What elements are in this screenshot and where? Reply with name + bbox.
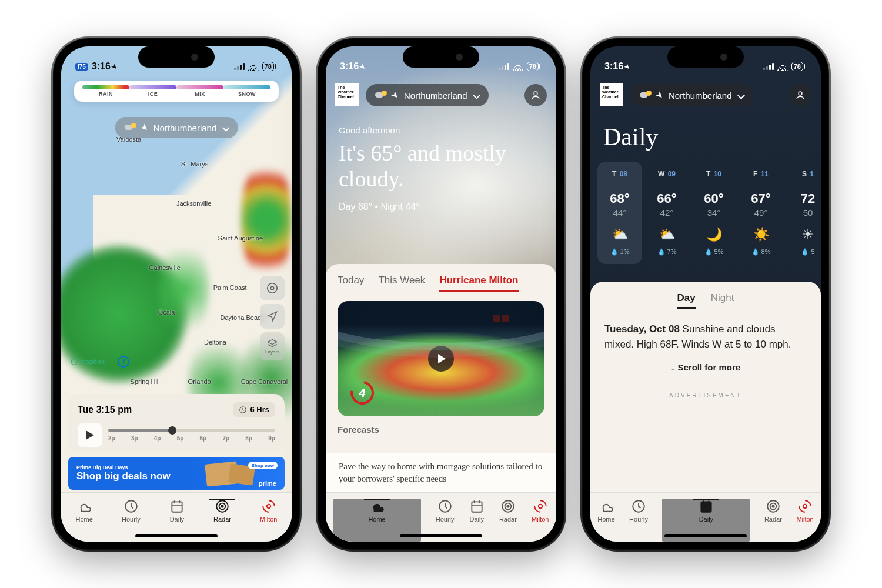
content-tabs: TodayThis WeekHurricane Milton: [338, 275, 544, 292]
location-services-icon: [358, 61, 369, 72]
tab-radar[interactable]: Radar: [499, 499, 517, 523]
hurricane-video-card[interactable]: [338, 301, 544, 416]
location-selector[interactable]: ➤ Northumberland: [630, 84, 753, 106]
status-time: 3:16: [604, 61, 623, 71]
chevron-down-icon: [222, 124, 229, 132]
timeline-current-time: Tue 3:15 pm: [78, 405, 132, 415]
daily-summary: Tuesday, Oct 08 Sunshine and clouds mixe…: [590, 322, 821, 352]
day-column[interactable]: T 08 68°44° ⛅ 💧 1%: [597, 162, 642, 264]
advertisement-label: ADVERTISEMENT: [590, 392, 821, 399]
tab-daily[interactable]: Daily: [469, 499, 485, 523]
weather-channel-logo[interactable]: The Weather Channel: [335, 83, 359, 106]
timeline-slider[interactable]: 2p3p4p5p6p7p8p9p: [108, 429, 275, 442]
home-indicator[interactable]: [400, 534, 482, 537]
tab-hourly[interactable]: Hourly: [122, 499, 141, 523]
tab-radar[interactable]: Radar: [764, 499, 782, 523]
tab-label: Hourly: [122, 516, 141, 523]
tab-milton[interactable]: Milton: [532, 499, 549, 523]
status-time: 3:16: [92, 61, 111, 72]
legend-item-rain: RAIN: [82, 85, 129, 97]
tab-radar[interactable]: Radar: [213, 499, 231, 523]
tab-home[interactable]: Home: [597, 499, 614, 523]
svg-point-20: [772, 505, 774, 507]
ad-banner[interactable]: Prime Big Deal DaysShop big deals now Sh…: [68, 457, 285, 490]
home-indicator[interactable]: [664, 534, 747, 537]
day-column[interactable]: T 10 60°34° 🌙 💧 5%: [691, 162, 736, 264]
day-column[interactable]: S 1 7250 ☀ 💧 5: [786, 162, 821, 264]
ad-brand: prime: [259, 480, 276, 487]
home-indicator[interactable]: [135, 534, 218, 537]
daynight-tab[interactable]: Day: [677, 292, 696, 309]
svg-point-8: [534, 92, 537, 95]
tab-home[interactable]: Home: [76, 499, 93, 523]
ad-cta: Shop now: [248, 462, 278, 469]
weather-headline: It's 65° and mostly cloudy.: [339, 141, 543, 192]
profile-button[interactable]: [524, 84, 547, 106]
dynamic-island: [667, 46, 744, 68]
greeting: Good afternoon: [339, 125, 400, 135]
city-label: Orlando: [188, 378, 211, 385]
storm-track-button[interactable]: [260, 276, 285, 300]
tab-label: Hourly: [436, 516, 455, 523]
day-column[interactable]: W 09 66°42° ⛅ 💧 7%: [644, 162, 689, 264]
tab-milton[interactable]: Milton: [260, 499, 277, 523]
ad-banner[interactable]: Pave the way to home with mortgage solut…: [326, 453, 556, 492]
city-label: Spring Hill: [131, 378, 160, 385]
timeline-duration-button[interactable]: 6 Hrs: [233, 402, 275, 417]
wifi-icon: [777, 62, 788, 71]
tab-label: Milton: [532, 516, 549, 523]
tab-label: Radar: [213, 516, 231, 523]
play-icon: [428, 346, 454, 372]
chevron-down-icon: [473, 92, 480, 99]
daynight-tab[interactable]: Night: [711, 292, 734, 309]
ad-subtitle: Prime Big Deal Days: [76, 465, 171, 470]
daily-forecast-strip[interactable]: T 08 68°44° ⛅ 💧 1% W 09 66°42° ⛅ 💧 7% T …: [593, 162, 821, 264]
day-column[interactable]: F 11 67°49° ☀️ 💧 8%: [739, 162, 783, 264]
battery-icon: 78: [527, 62, 539, 71]
tab-label: Hourly: [629, 516, 648, 523]
phone-daily: 3:16 78 The Weather Channel ➤ Northumber…: [582, 38, 829, 550]
map-info-button[interactable]: i: [118, 356, 129, 368]
location-selector[interactable]: ➤ Northumberland: [115, 117, 238, 138]
tab-label: Radar: [499, 516, 517, 523]
legend-item-snow: SNOW: [223, 85, 270, 97]
location-arrow-icon: ➤: [389, 89, 402, 102]
svg-point-0: [270, 286, 274, 290]
content-tab[interactable]: Hurricane Milton: [439, 275, 518, 292]
layers-button[interactable]: Layers: [260, 332, 285, 360]
location-arrow-icon: ➤: [654, 89, 667, 102]
scroll-hint[interactable]: ↓ Scroll for more: [590, 362, 821, 372]
phone-radar: I753:16 78 ValdostaSt. MarysJacksonville…: [53, 38, 300, 550]
chevron-down-icon: [737, 92, 745, 99]
day-night-temps: Day 68° • Night 44°: [339, 202, 420, 212]
wifi-icon: [248, 62, 259, 71]
locate-me-button[interactable]: [260, 304, 285, 329]
location-selector[interactable]: ➤ Northumberland: [366, 84, 489, 106]
svg-point-13: [507, 505, 509, 507]
weather-channel-logo[interactable]: The Weather Channel: [600, 83, 623, 106]
route-badge: I75: [75, 63, 88, 71]
content-tab[interactable]: Today: [338, 275, 364, 292]
tab-milton[interactable]: Milton: [796, 499, 813, 523]
content-tab[interactable]: This Week: [378, 275, 425, 292]
mapbox-attribution[interactable]: ◯ mapbox: [71, 358, 105, 365]
category-4-icon: [349, 380, 375, 406]
signal-icon: [763, 63, 774, 70]
tab-daily[interactable]: Daily: [169, 499, 185, 523]
radar-timeline: Tue 3:15 pm 6 Hrs 2p3p4p5p6p7p8p9p: [68, 394, 285, 453]
mapbox-label: mapbox: [80, 358, 105, 365]
location-name: Northumberland: [404, 91, 467, 101]
svg-point-6: [221, 505, 223, 507]
location-name: Northumberland: [669, 91, 732, 101]
radar-legend: RAINICEMIXSNOW: [74, 81, 279, 102]
svg-point-21: [803, 505, 807, 509]
profile-button[interactable]: [789, 84, 811, 106]
tab-hourly[interactable]: Hourly: [629, 499, 648, 523]
timeline-ticks: 2p3p4p5p6p7p8p9p: [108, 435, 275, 442]
tab-hourly[interactable]: Hourly: [436, 499, 455, 523]
play-button[interactable]: [78, 423, 102, 447]
duration-label: 6 Hrs: [250, 405, 269, 414]
tab-label: Daily: [699, 516, 713, 523]
status-time: 3:16: [340, 61, 359, 71]
day-night-tabs: DayNight: [590, 292, 821, 309]
